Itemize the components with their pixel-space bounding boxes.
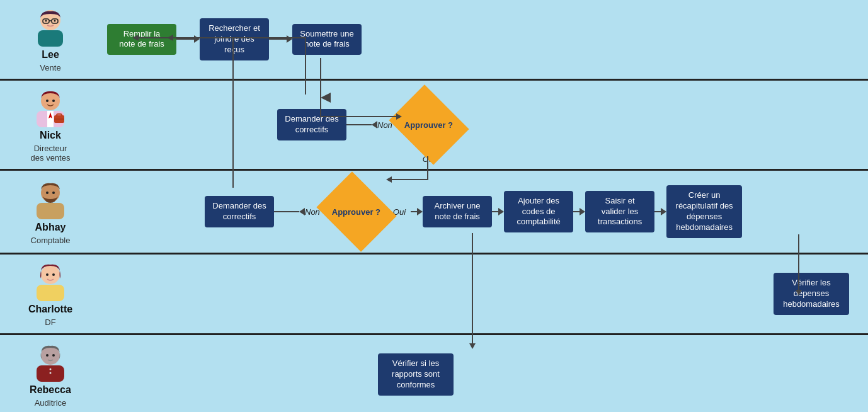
actor-lee: Lee Vente <box>0 0 101 79</box>
nick-avatar <box>30 87 71 127</box>
svg-point-19 <box>52 192 55 194</box>
nick-correctifs: Demander des correctifs <box>277 109 346 140</box>
abhay-name: Abhay <box>35 222 66 233</box>
rebecca-box-wrapper: Vérifier si les rapports sont conformes <box>378 353 454 396</box>
abhay-content: Demander des correctifs Non Approuver ? … <box>101 171 868 253</box>
swimlane-abhay: Abhay Comptable Demander des correctifs … <box>0 171 868 255</box>
abhay-saisir: Saisir et valider les transactions <box>585 191 654 233</box>
svg-point-23 <box>52 273 55 276</box>
svg-point-5 <box>45 20 47 22</box>
actor-rebecca: Rebecca Auditrice <box>0 335 101 412</box>
svg-point-26 <box>50 372 52 374</box>
lee-name: Lee <box>42 49 59 60</box>
abhay-avatar <box>30 179 71 219</box>
swimlane-charlotte: Charlotte DF Vérifier les dépenses hebdo… <box>0 255 868 335</box>
arrow-lee1 <box>176 35 200 43</box>
swimlane-lee: Lee Vente Remplir la note de frais Reche… <box>0 0 868 81</box>
nick-diamond-wrapper: Approuver ? Oui <box>397 100 460 150</box>
abhay-archiver: Archiver une note de frais <box>423 196 492 227</box>
charlotte-box-wrapper: Vérifier les dépenses hebdomadaires <box>774 273 849 315</box>
abhay-role: Comptable <box>31 236 71 245</box>
actor-abhay: Abhay Comptable <box>0 173 101 251</box>
arrow-abhay-4 <box>654 208 666 215</box>
swimlane-rebecca: Rebecca Auditrice Vérifier si les rappor… <box>0 335 868 412</box>
nick-name: Nick <box>40 130 61 141</box>
swimlane-nick: Nick Directeurdes ventes Demander des co… <box>0 81 868 171</box>
svg-point-18 <box>46 192 49 194</box>
abhay-correctifs: Demander des correctifs <box>205 196 274 227</box>
svg-point-25 <box>50 369 52 370</box>
rebecca-avatar <box>30 341 71 382</box>
charlotte-verifier: Vérifier les dépenses hebdomadaires <box>774 273 849 315</box>
nick-role: Directeurdes ventes <box>31 144 71 163</box>
charlotte-role: DF <box>45 318 55 327</box>
svg-point-21 <box>41 265 60 284</box>
abhay-codes: Ajouter des codes de comptabilité <box>504 191 573 233</box>
svg-point-11 <box>46 100 49 102</box>
lee-box1: Remplir la note de frais <box>107 24 176 55</box>
lee-box2: Rechercher et joindre des reçus <box>200 18 269 60</box>
svg-point-29 <box>52 354 55 357</box>
abhay-diamond: Approuver ? <box>316 171 396 251</box>
arrow-abhay-oui <box>411 208 423 215</box>
actor-nick: Nick Directeurdes ventes <box>0 81 101 169</box>
arrow-abhay-non <box>274 208 305 215</box>
arrow-abhay-2 <box>492 208 504 215</box>
lee-avatar <box>30 6 71 47</box>
nick-content: Demander des correctifs Non Approuver ? … <box>101 84 868 166</box>
lee-box3: Soumettre une note de frais <box>292 24 362 55</box>
rebecca-content: Vérifier si les rapports sont conformes <box>101 340 868 409</box>
svg-point-28 <box>46 354 49 357</box>
svg-point-12 <box>52 100 55 102</box>
rebecca-verifier: Vérifier si les rapports sont conformes <box>378 353 454 396</box>
arrow-nick-non <box>346 121 377 129</box>
svg-point-6 <box>54 20 56 22</box>
charlotte-name: Charlotte <box>28 304 72 315</box>
svg-point-22 <box>46 273 49 276</box>
lee-role: Vente <box>40 63 60 72</box>
arrow-abhay-3 <box>573 208 585 215</box>
nick-diamond: Approuver ? <box>389 84 469 164</box>
abhay-diamond-wrapper: Approuver ? <box>325 186 388 237</box>
charlotte-avatar <box>30 261 71 301</box>
lee-content: Remplir la note de frais Rechercher et j… <box>101 9 868 69</box>
arrow-lee2 <box>269 35 292 43</box>
svg-rect-0 <box>38 30 63 47</box>
svg-rect-16 <box>37 203 64 219</box>
svg-rect-20 <box>37 285 64 301</box>
charlotte-content: Vérifier les dépenses hebdomadaires <box>101 256 868 332</box>
actor-charlotte: Charlotte DF <box>0 255 101 333</box>
rebecca-role: Auditrice <box>35 398 67 408</box>
rebecca-name: Rebecca <box>30 384 71 396</box>
abhay-recap: Créer un récapitulatif des dépenses hebd… <box>666 185 742 238</box>
